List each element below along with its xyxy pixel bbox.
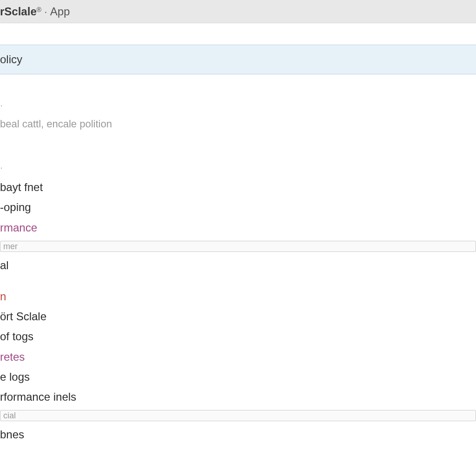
nav-list-2: n ört Sclale of togs retes e logs rforma… <box>0 288 476 443</box>
nav-item[interactable]: ört Sclale <box>0 308 476 325</box>
nav-list-1: bayt fnet -oping rmance mer al <box>0 178 476 274</box>
product-name: rSclale <box>0 5 37 18</box>
nav-item[interactable]: e logs <box>0 368 476 385</box>
selected-row[interactable]: olicy <box>0 45 476 74</box>
title-separator: · <box>44 5 47 18</box>
tag-badge: cial <box>0 410 476 421</box>
title-section: App <box>50 5 70 18</box>
bullet: · <box>0 160 476 176</box>
window-titlebar: rSclale® · App <box>0 0 476 23</box>
nav-item[interactable]: retes <box>0 348 476 365</box>
nav-item[interactable]: rformance inels <box>0 388 476 405</box>
nav-item[interactable]: rmance <box>0 219 476 236</box>
tag-badge: mer <box>0 241 476 252</box>
nav-item[interactable]: of togs <box>0 328 476 345</box>
registered-mark: ® <box>37 6 41 13</box>
nav-item[interactable]: al <box>0 257 476 274</box>
description-text: beal cattl, encale polition <box>0 116 476 132</box>
gap <box>0 23 476 45</box>
nav-item[interactable]: n <box>0 288 476 305</box>
nav-item[interactable]: bnes <box>0 426 476 443</box>
content-area: · beal cattl, encale polition · bayt fne… <box>0 74 476 443</box>
selected-row-label: olicy <box>0 53 22 66</box>
nav-item[interactable]: -oping <box>0 198 476 216</box>
bullet: · <box>0 98 476 113</box>
nav-item[interactable]: bayt fnet <box>0 178 476 196</box>
